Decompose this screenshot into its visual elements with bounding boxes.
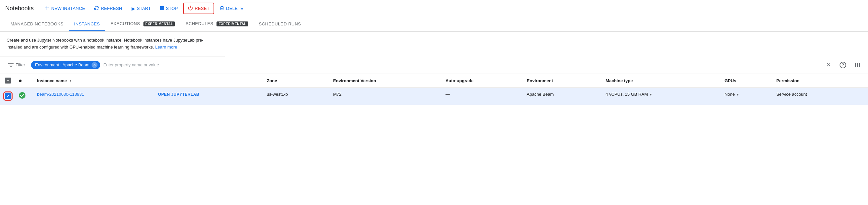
columns-button[interactable] <box>852 60 863 70</box>
tab-schedules[interactable]: SCHEDULES EXPERIMENTAL <box>180 17 253 31</box>
stop-icon <box>160 6 164 11</box>
instance-name-link[interactable]: beam-20210630-113931 <box>37 92 84 97</box>
start-button[interactable]: ▶ START <box>128 4 155 13</box>
plus-icon <box>44 5 50 11</box>
row-permission-cell: Service account <box>771 88 858 105</box>
refresh-button[interactable]: REFRESH <box>90 4 126 13</box>
stop-button[interactable]: STOP <box>156 4 182 13</box>
row-zone-cell: us-west1-b <box>261 88 328 105</box>
svg-rect-7 <box>855 63 856 67</box>
header-permission[interactable]: Permission <box>771 74 858 88</box>
checkmark-icon: ✓ <box>6 94 10 99</box>
row-status-cell <box>16 88 32 105</box>
filter-close-button[interactable]: ✕ <box>823 60 834 70</box>
row-instance-name-cell: beam-20210630-113931 <box>32 88 153 105</box>
learn-more-link[interactable]: Learn more <box>155 44 177 49</box>
header-instance-name[interactable]: Instance name ↑ <box>32 74 153 88</box>
schedules-badge: EXPERIMENTAL <box>217 22 248 26</box>
toolbar: Notebooks NEW INSTANCE REFRESH ▶ START S… <box>0 0 868 17</box>
filter-chip: Environment : Apache Beam ✕ <box>31 61 100 69</box>
header-env-version[interactable]: Environment Version <box>328 74 440 88</box>
tab-managed-notebooks[interactable]: MANAGED NOTEBOOKS <box>5 18 69 31</box>
header-extra <box>858 74 868 88</box>
header-open <box>153 74 261 88</box>
instances-table: − ● Instance name ↑ Zone Environment Ver… <box>0 74 868 105</box>
header-zone[interactable]: Zone <box>261 74 328 88</box>
minus-icon: − <box>7 78 9 83</box>
filter-placeholder[interactable]: Enter property name or value <box>103 62 159 67</box>
sort-icon: ↑ <box>69 78 71 83</box>
row-gpus-cell: None ▾ <box>719 88 771 105</box>
description-area: Create and use Jupyter Notebooks with a … <box>0 32 225 57</box>
row-environment-cell: Apache Beam <box>522 88 600 105</box>
filter-actions: ✕ ? <box>823 60 863 70</box>
play-icon: ▶ <box>131 6 135 11</box>
gpus-dropdown-icon[interactable]: ▾ <box>737 93 739 96</box>
help-icon: ? <box>840 62 846 68</box>
row-machine-type-cell: 4 vCPUs, 15 GB RAM ▾ <box>600 88 719 105</box>
filter-bar: Filter Environment : Apache Beam ✕ Enter… <box>0 57 868 74</box>
svg-rect-1 <box>45 8 49 8</box>
row-env-version-cell: M72 <box>328 88 440 105</box>
header-machine-type[interactable]: Machine type <box>600 74 719 88</box>
filter-help-button[interactable]: ? <box>838 60 848 70</box>
header-status-col: ● <box>16 74 32 88</box>
new-instance-button[interactable]: NEW INSTANCE <box>40 3 89 13</box>
delete-button[interactable]: DELETE <box>216 4 247 13</box>
header-checkbox-col: − <box>0 74 16 88</box>
power-icon <box>188 5 193 11</box>
row-checkbox[interactable]: ✓ <box>5 93 11 99</box>
header-gpus[interactable]: GPUs <box>719 74 771 88</box>
svg-rect-9 <box>859 63 860 67</box>
filter-chip-text: Environment : Apache Beam <box>35 62 90 67</box>
filter-label: Filter <box>16 62 25 67</box>
header-auto-upgrade[interactable]: Auto-upgrade <box>440 74 522 88</box>
header-checkbox-wrapper[interactable]: − <box>4 77 12 83</box>
tab-executions[interactable]: EXECUTIONS EXPERIMENTAL <box>105 17 180 31</box>
tab-scheduled-runs[interactable]: SCHEDULED RUNS <box>253 18 306 31</box>
row-checkbox-wrapper[interactable]: ✓ <box>4 93 12 99</box>
status-header-dot: ● <box>19 77 22 84</box>
row-checkbox-cell[interactable]: ✓ <box>0 88 16 105</box>
refresh-icon <box>94 6 99 11</box>
header-environment[interactable]: Environment <box>522 74 600 88</box>
tabs-bar: MANAGED NOTEBOOKS INSTANCES EXECUTIONS E… <box>0 17 868 32</box>
filter-chip-close-icon[interactable]: ✕ <box>92 62 97 68</box>
open-jupyterlab-button[interactable]: OPEN JUPYTERLAB <box>158 92 199 97</box>
executions-badge: EXPERIMENTAL <box>144 22 175 26</box>
row-extra-cell <box>858 88 868 105</box>
trash-icon <box>219 6 224 11</box>
filter-button[interactable]: Filter <box>5 61 28 69</box>
row-auto-upgrade-cell: — <box>440 88 522 105</box>
select-all-checkbox[interactable]: − <box>5 77 11 83</box>
svg-rect-8 <box>857 63 858 67</box>
machine-type-dropdown-icon[interactable]: ▾ <box>650 93 652 96</box>
svg-point-10 <box>19 92 26 99</box>
row-open-cell: OPEN JUPYTERLAB <box>153 88 261 105</box>
tab-instances[interactable]: INSTANCES <box>69 18 105 31</box>
app-title: Notebooks <box>5 5 34 12</box>
reset-button[interactable]: RESET <box>183 3 214 14</box>
status-green-icon <box>19 93 26 100</box>
svg-rect-2 <box>160 6 164 10</box>
table-row: ✓ beam-20210630-113931 OPEN JUPYTERLAB <box>0 88 868 105</box>
